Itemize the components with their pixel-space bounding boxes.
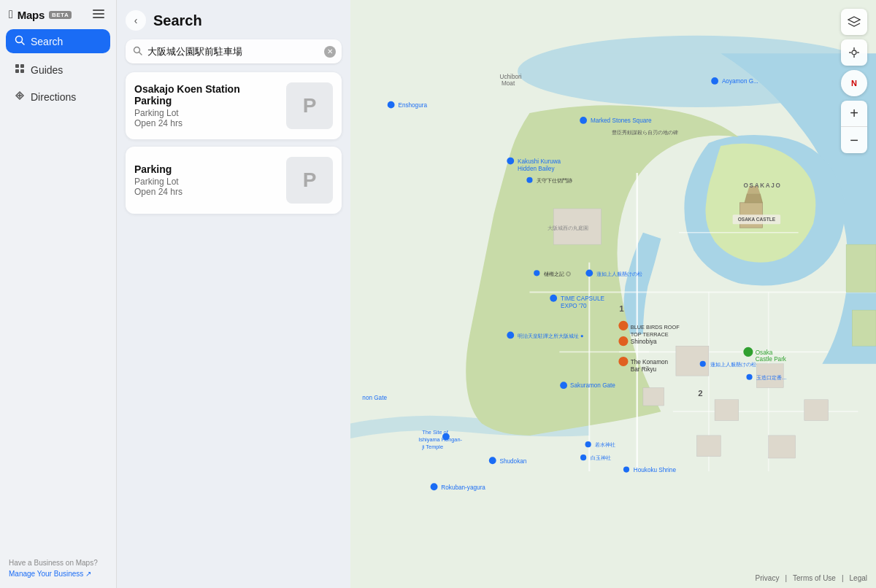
toggle-sidebar-button[interactable] bbox=[90, 7, 107, 22]
privacy-link[interactable]: Privacy bbox=[756, 574, 780, 582]
result-info-2: Parking Parking Lot Open 24 hrs bbox=[134, 163, 277, 197]
svg-rect-2 bbox=[93, 17, 104, 18]
back-button[interactable]: ‹ bbox=[126, 10, 146, 31]
search-nav-icon bbox=[15, 35, 25, 47]
svg-point-80 bbox=[623, 466, 629, 472]
svg-rect-5 bbox=[15, 64, 19, 68]
svg-point-67 bbox=[711, 77, 718, 85]
svg-point-42 bbox=[534, 270, 539, 276]
svg-text:TIME CAPSULE: TIME CAPSULE bbox=[561, 295, 604, 302]
svg-text:Uchibori: Uchibori bbox=[500, 74, 522, 80]
zoom-out-button[interactable]: − bbox=[841, 127, 867, 153]
svg-text:ji Temple: ji Temple bbox=[421, 444, 443, 450]
svg-point-31 bbox=[388, 101, 395, 109]
svg-text:若水神社: 若水神社 bbox=[595, 441, 615, 448]
svg-rect-27 bbox=[852, 310, 876, 346]
north-indicator-button[interactable]: N bbox=[841, 70, 867, 96]
result-name-1: Osakajo Koen Station Parking bbox=[134, 83, 277, 107]
footer-sep-2: | bbox=[842, 574, 844, 582]
svg-text:樋権之記 ◎: 樋権之記 ◎ bbox=[544, 271, 571, 277]
nav-item-guides[interactable]: Guides bbox=[6, 58, 110, 82]
app-title: Maps bbox=[18, 9, 45, 21]
footer-sep-1: | bbox=[785, 574, 787, 582]
svg-text:Ishiyama Hongan-: Ishiyama Hongan- bbox=[418, 436, 462, 443]
svg-rect-19 bbox=[676, 346, 709, 376]
nav-item-directions[interactable]: Directions bbox=[6, 85, 110, 109]
svg-text:Sakuramon Gate: Sakuramon Gate bbox=[570, 382, 615, 389]
svg-text:Aoyamon G...: Aoyamon G... bbox=[722, 78, 758, 85]
result-thumb-2: P bbox=[286, 157, 333, 204]
svg-rect-25 bbox=[697, 436, 721, 457]
svg-text:Enshogura: Enshogura bbox=[398, 102, 427, 109]
svg-rect-24 bbox=[769, 436, 796, 458]
terms-link[interactable]: Terms of Use bbox=[793, 574, 836, 582]
search-field-icon bbox=[133, 46, 142, 58]
svg-rect-26 bbox=[846, 244, 876, 292]
svg-text:Marked Stones Square: Marked Stones Square bbox=[591, 117, 652, 124]
svg-point-89 bbox=[852, 50, 856, 55]
svg-point-63 bbox=[585, 441, 591, 447]
guides-nav-icon bbox=[15, 63, 25, 76]
svg-text:Moat: Moat bbox=[502, 80, 515, 87]
map-controls: N + − bbox=[841, 9, 867, 153]
zoom-in-button[interactable]: + bbox=[841, 101, 867, 127]
svg-rect-20 bbox=[715, 400, 739, 421]
svg-text:EXPO '70: EXPO '70 bbox=[561, 303, 587, 309]
main-area: ‹ Search ✕ Osakajo Koen Station Parking … bbox=[117, 0, 876, 588]
nav-directions-label: Directions bbox=[31, 91, 76, 103]
svg-text:Bar Rikyu: Bar Rikyu bbox=[631, 366, 656, 373]
footer-text: Have a Business on Maps? bbox=[9, 559, 98, 567]
svg-text:天守下仕切門跡: 天守下仕切門跡 bbox=[537, 177, 572, 184]
svg-rect-1 bbox=[93, 13, 104, 15]
svg-marker-16 bbox=[745, 194, 763, 203]
svg-text:2: 2 bbox=[698, 389, 702, 398]
beta-badge: BETA bbox=[49, 11, 72, 19]
north-label: N bbox=[851, 79, 857, 88]
svg-text:1: 1 bbox=[619, 304, 624, 313]
search-panel-title: Search bbox=[153, 12, 202, 29]
result-card-1[interactable]: Osakajo Koen Station Parking Parking Lot… bbox=[126, 72, 342, 139]
svg-point-65 bbox=[580, 454, 586, 460]
svg-text:大阪城西の丸庭園: 大阪城西の丸庭園 bbox=[548, 225, 588, 231]
svg-text:The Site of: The Site of bbox=[422, 429, 449, 436]
svg-text:Castle Park: Castle Park bbox=[756, 356, 787, 363]
clear-search-button[interactable]: ✕ bbox=[324, 46, 336, 58]
location-button[interactable] bbox=[841, 39, 867, 66]
directions-nav-icon bbox=[15, 90, 25, 103]
svg-point-53 bbox=[746, 374, 752, 380]
result-type-2: Parking Lot bbox=[134, 177, 277, 187]
svg-text:OSAKAJO: OSAKAJO bbox=[744, 182, 782, 189]
svg-text:蓮如上人服懸けの松: 蓮如上人服懸けの松 bbox=[596, 271, 642, 277]
svg-text:玉造口定番...: 玉造口定番... bbox=[756, 374, 786, 381]
svg-rect-21 bbox=[643, 387, 664, 406]
manage-business-link[interactable]: Manage Your Business ↗ bbox=[9, 570, 91, 578]
svg-rect-7 bbox=[15, 69, 19, 73]
svg-point-51 bbox=[700, 361, 706, 367]
svg-text:OSAKA CASTLE: OSAKA CASTLE bbox=[738, 217, 776, 222]
svg-rect-8 bbox=[20, 69, 24, 73]
result-card-2[interactable]: Parking Parking Lot Open 24 hrs P bbox=[126, 147, 342, 214]
search-input-wrapper: ✕ bbox=[126, 39, 342, 63]
map-area[interactable]: OSAKA CASTLE OSAKAJO Enshogura Marked St… bbox=[350, 0, 876, 588]
sidebar:  Maps BETA Search bbox=[0, 0, 117, 588]
svg-point-47 bbox=[507, 332, 514, 339]
svg-text:Rokuban-yagura: Rokuban-yagura bbox=[441, 484, 485, 491]
sidebar-header:  Maps BETA bbox=[0, 0, 116, 26]
svg-point-35 bbox=[507, 158, 514, 165]
map-footer: Privacy | Terms of Use | Legal bbox=[756, 574, 867, 582]
zoom-controls: + − bbox=[841, 101, 867, 153]
search-input[interactable] bbox=[126, 39, 342, 63]
svg-text:Hidden Bailey: Hidden Bailey bbox=[518, 166, 555, 172]
sidebar-footer: Have a Business on Maps? Manage Your Bus… bbox=[0, 549, 116, 588]
nav-item-search[interactable]: Search bbox=[6, 29, 110, 53]
svg-point-33 bbox=[580, 117, 587, 124]
result-name-2: Parking bbox=[134, 163, 277, 175]
svg-text:Osaka: Osaka bbox=[756, 349, 773, 356]
sidebar-toggle-icon bbox=[93, 9, 104, 18]
svg-point-69 bbox=[618, 321, 628, 330]
result-thumb-1: P bbox=[286, 82, 333, 129]
layers-button[interactable] bbox=[841, 9, 867, 35]
map-svg: OSAKA CASTLE OSAKAJO Enshogura Marked St… bbox=[350, 0, 876, 588]
legal-link[interactable]: Legal bbox=[850, 574, 867, 582]
svg-text:蓮如上人服懸けの松: 蓮如上人服懸けの松 bbox=[710, 361, 756, 368]
